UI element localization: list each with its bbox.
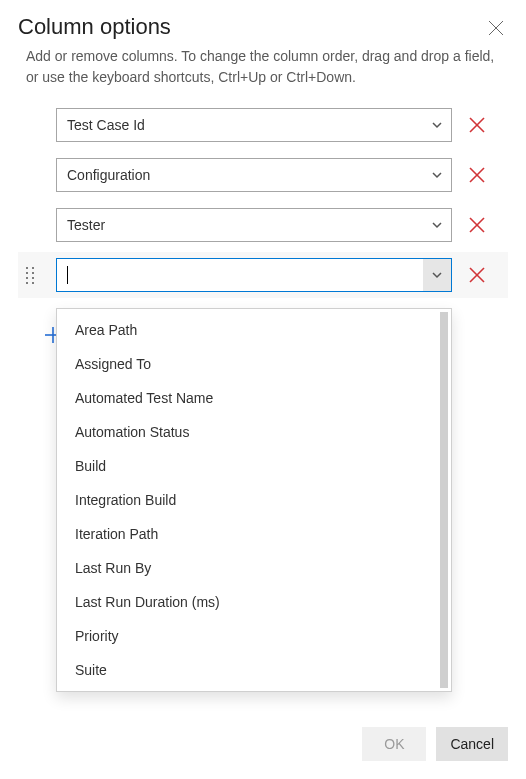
dropdown-option[interactable]: Priority — [57, 619, 451, 653]
column-row[interactable]: Tester — [18, 208, 508, 242]
close-icon — [488, 20, 504, 36]
svg-point-15 — [32, 282, 34, 284]
dropdown-option[interactable]: Area Path — [57, 313, 451, 347]
dropdown-option[interactable]: Iteration Path — [57, 517, 451, 551]
dropdown-option[interactable]: Build — [57, 449, 451, 483]
dropdown-option[interactable]: Assigned To — [57, 347, 451, 381]
column-row[interactable]: Configuration — [18, 158, 508, 192]
svg-point-11 — [32, 272, 34, 274]
dialog-title: Column options — [18, 14, 171, 40]
column-combobox[interactable]: Test Case Id — [56, 108, 452, 142]
svg-point-10 — [26, 272, 28, 274]
column-value: Test Case Id — [57, 117, 423, 133]
remove-column-button[interactable] — [464, 212, 490, 238]
column-value: Tester — [57, 217, 423, 233]
column-value: Configuration — [57, 167, 423, 183]
remove-column-button[interactable] — [464, 112, 490, 138]
column-row[interactable]: Test Case Id — [18, 108, 508, 142]
remove-icon — [469, 167, 485, 183]
dropdown-option[interactable]: Integration Build — [57, 483, 451, 517]
dropdown-option[interactable]: Suite — [57, 653, 451, 687]
svg-point-9 — [32, 267, 34, 269]
chevron-down-icon[interactable] — [423, 209, 451, 241]
dropdown-option[interactable]: Automated Test Name — [57, 381, 451, 415]
dropdown-option[interactable]: Automation Status — [57, 415, 451, 449]
column-dropdown[interactable]: Area Path Assigned To Automated Test Nam… — [56, 308, 452, 692]
remove-column-button[interactable] — [464, 262, 490, 288]
text-caret — [67, 266, 68, 284]
svg-point-12 — [26, 277, 28, 279]
dialog-description: Add or remove columns. To change the col… — [26, 46, 506, 88]
svg-point-13 — [32, 277, 34, 279]
close-button[interactable] — [484, 16, 508, 40]
dialog-footer: OK Cancel — [362, 727, 508, 761]
chevron-down-icon[interactable] — [423, 259, 451, 291]
ok-button[interactable]: OK — [362, 727, 426, 761]
remove-icon — [469, 217, 485, 233]
column-combobox[interactable] — [56, 258, 452, 292]
remove-column-button[interactable] — [464, 162, 490, 188]
chevron-down-icon[interactable] — [423, 159, 451, 191]
remove-icon — [469, 267, 485, 283]
svg-point-8 — [26, 267, 28, 269]
columns-list: Test Case Id Configuration Tester — [18, 108, 508, 308]
column-combobox[interactable]: Tester — [56, 208, 452, 242]
drag-handle-icon[interactable] — [24, 265, 36, 285]
column-row[interactable] — [18, 252, 508, 298]
dropdown-option[interactable]: Last Run Duration (ms) — [57, 585, 451, 619]
dropdown-option[interactable]: Last Run By — [57, 551, 451, 585]
column-combobox[interactable]: Configuration — [56, 158, 452, 192]
svg-point-14 — [26, 282, 28, 284]
cancel-button[interactable]: Cancel — [436, 727, 508, 761]
remove-icon — [469, 117, 485, 133]
chevron-down-icon[interactable] — [423, 109, 451, 141]
